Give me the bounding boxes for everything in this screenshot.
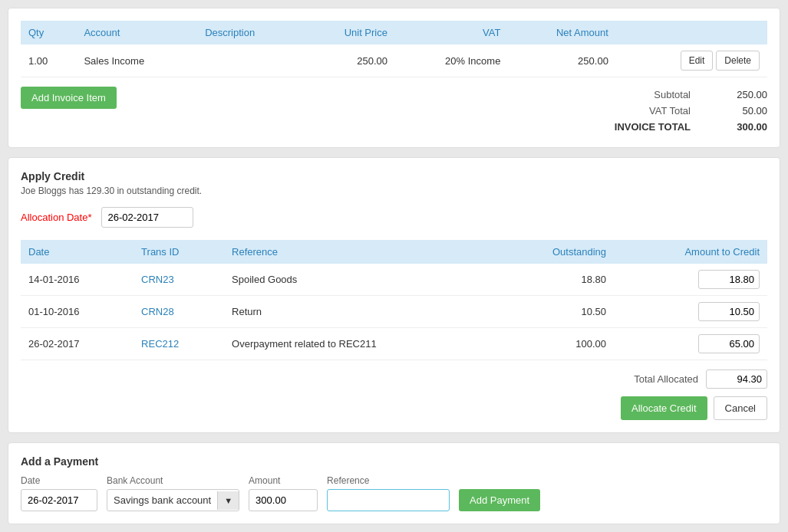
credit-col-outstanding: Outstanding	[496, 240, 614, 264]
payment-amount-group: Amount	[249, 475, 318, 511]
payment-amount-label: Amount	[249, 475, 318, 486]
cell-reference: Return	[224, 296, 496, 328]
payment-amount-input[interactable]	[249, 489, 318, 511]
credit-actions: Allocate Credit Cancel	[21, 396, 767, 420]
cell-trans-id: REC212	[134, 328, 224, 360]
col-description: Description	[197, 21, 302, 44]
total-allocated-label: Total Allocated	[634, 373, 698, 385]
required-asterisk: *	[87, 212, 91, 223]
trans-id-link[interactable]: CRN28	[141, 306, 174, 317]
add-invoice-item-button[interactable]: Add Invoice Item	[21, 87, 117, 109]
table-row: 1.00 Sales Income 250.00 20% Income 250.…	[21, 44, 767, 77]
allocate-credit-button[interactable]: Allocate Credit	[621, 396, 707, 420]
subtotal-value: 250.00	[706, 89, 767, 100]
payment-reference-label: Reference	[327, 475, 450, 486]
payment-date-label: Date	[21, 475, 97, 486]
cell-reference: Spoiled Goods	[224, 264, 496, 296]
credit-col-date: Date	[21, 240, 134, 264]
col-actions-header	[616, 21, 767, 44]
payment-date-group: Date	[21, 475, 97, 511]
credit-col-reference: Reference	[224, 240, 496, 264]
invoice-summary: Subtotal 250.00 VAT Total 50.00 INVOICE …	[117, 87, 767, 135]
col-vat: VAT	[395, 21, 508, 44]
cell-reference: Overpayment related to REC211	[224, 328, 496, 360]
vat-total-row: VAT Total 50.00	[117, 103, 767, 119]
cell-trans-id: CRN28	[134, 296, 224, 328]
credit-table: Date Trans ID Reference Outstanding Amou…	[21, 240, 767, 360]
cell-vat: 20% Income	[395, 44, 508, 77]
cell-date: 26-02-2017	[21, 328, 134, 360]
invoice-total-label: INVOICE TOTAL	[598, 121, 706, 133]
bank-account-select[interactable]: Savings bank account ▼	[107, 489, 239, 511]
cell-date: 14-01-2016	[21, 264, 134, 296]
cell-amount-to-credit	[614, 264, 767, 296]
invoice-total-value: 300.00	[706, 121, 767, 133]
cell-unit-price: 250.00	[302, 44, 395, 77]
col-account: Account	[76, 21, 197, 44]
col-unit-price: Unit Price	[302, 21, 395, 44]
subtotal-label: Subtotal	[598, 89, 706, 100]
total-allocated-row: Total Allocated	[21, 369, 767, 389]
delete-button[interactable]: Delete	[716, 51, 760, 71]
page-wrapper: Qty Account Description Unit Price VAT N…	[0, 0, 788, 532]
cell-trans-id: CRN23	[134, 264, 224, 296]
table-row: 14-01-2016 CRN23 Spoiled Goods 18.80	[21, 264, 767, 296]
cell-outstanding: 10.50	[496, 296, 614, 328]
cell-amount-to-credit	[614, 328, 767, 360]
add-payment-title: Add a Payment	[21, 455, 767, 468]
cell-actions: Edit Delete	[616, 44, 767, 77]
vat-total-value: 50.00	[706, 105, 767, 117]
cell-outstanding: 18.80	[496, 264, 614, 296]
vat-total-label: VAT Total	[598, 105, 706, 117]
cancel-button[interactable]: Cancel	[714, 396, 767, 420]
cell-description	[197, 44, 302, 77]
amount-to-credit-input[interactable]	[698, 302, 760, 321]
cell-amount-to-credit	[614, 296, 767, 328]
cell-account: Sales Income	[76, 44, 197, 77]
trans-id-link[interactable]: REC212	[141, 338, 179, 350]
payment-form: Date Bank Account Savings bank account ▼…	[21, 475, 767, 511]
amount-to-credit-input[interactable]	[698, 270, 760, 289]
table-row: 01-10-2016 CRN28 Return 10.50	[21, 296, 767, 328]
invoice-card: Qty Account Description Unit Price VAT N…	[8, 8, 780, 148]
bank-account-label: Bank Account	[107, 475, 239, 486]
allocation-date-label: Allocation Date*	[21, 212, 92, 223]
credit-col-trans-id: Trans ID	[134, 240, 224, 264]
payment-reference-input[interactable]	[327, 489, 450, 511]
cell-outstanding: 100.00	[496, 328, 614, 360]
payment-reference-group: Reference	[327, 475, 450, 511]
chevron-down-icon[interactable]: ▼	[217, 491, 239, 510]
cell-qty: 1.00	[21, 44, 76, 77]
total-allocated-input	[706, 369, 767, 389]
apply-credit-title: Apply Credit	[21, 170, 767, 182]
edit-button[interactable]: Edit	[681, 51, 714, 71]
amount-to-credit-input[interactable]	[698, 334, 760, 353]
apply-credit-card: Apply Credit Joe Bloggs has 129.30 in ou…	[8, 157, 780, 433]
add-invoice-item-container: Add Invoice Item	[21, 87, 117, 109]
allocation-date-row: Allocation Date*	[21, 207, 767, 228]
table-row: 26-02-2017 REC212 Overpayment related to…	[21, 328, 767, 360]
apply-credit-subtitle: Joe Bloggs has 129.30 in outstanding cre…	[21, 186, 767, 196]
add-payment-card: Add a Payment Date Bank Account Savings …	[8, 442, 780, 524]
cell-net-amount: 250.00	[508, 44, 615, 77]
invoice-table: Qty Account Description Unit Price VAT N…	[21, 21, 767, 77]
bank-account-value: Savings bank account	[107, 490, 217, 511]
trans-id-link[interactable]: CRN23	[141, 274, 174, 285]
invoice-total-row: INVOICE TOTAL 300.00	[117, 119, 767, 135]
add-payment-button[interactable]: Add Payment	[459, 489, 540, 511]
payment-date-input[interactable]	[21, 489, 97, 511]
subtotal-row: Subtotal 250.00	[117, 87, 767, 103]
invoice-bottom-row: Add Invoice Item Subtotal 250.00 VAT Tot…	[21, 87, 767, 135]
credit-col-amount-to-credit: Amount to Credit	[614, 240, 767, 264]
col-qty: Qty	[21, 21, 76, 44]
cell-date: 01-10-2016	[21, 296, 134, 328]
bank-account-group: Bank Account Savings bank account ▼	[107, 475, 239, 511]
col-net-amount: Net Amount	[508, 21, 615, 44]
allocation-date-input[interactable]	[101, 207, 193, 228]
